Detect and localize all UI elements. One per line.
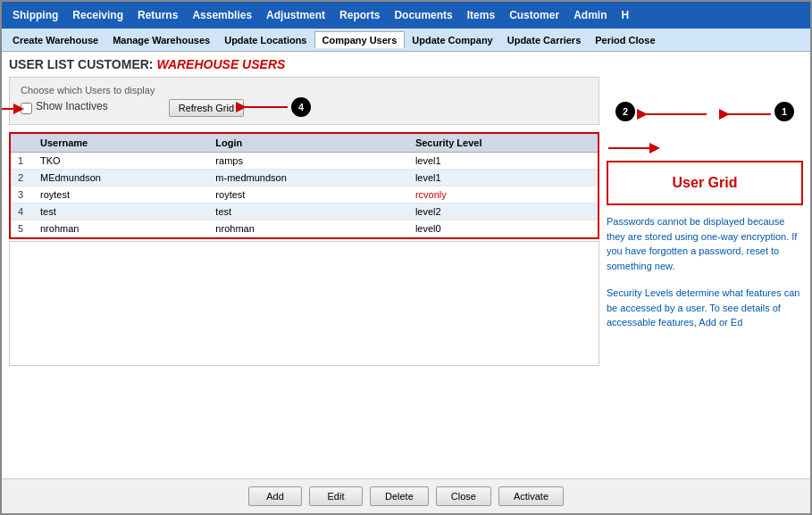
- filter-section: Choose which Users to display 3 Show Ina…: [9, 77, 599, 125]
- nav-admin[interactable]: Admin: [566, 5, 614, 25]
- refresh-grid-button[interactable]: Refresh Grid: [169, 99, 244, 117]
- right-panel: 2 1: [607, 57, 803, 473]
- col-username: Username: [33, 134, 208, 153]
- content-area: User List Customer: Warehouse Users Choo…: [2, 52, 810, 513]
- filter-instruction: Choose which Users to display: [21, 85, 588, 96]
- user-grid-container: Username Login Security Level 1 TKO ramp…: [9, 132, 599, 239]
- subnav-update-carriers[interactable]: Update Carriers: [500, 32, 589, 48]
- app-window: Shipping Receiving Returns Assemblies Ad…: [0, 0, 812, 515]
- security-note: Security Levels determine what features …: [607, 286, 803, 330]
- col-login: Login: [208, 134, 408, 153]
- filter-row: 3 Show Inactives Refresh Grid: [21, 99, 588, 117]
- password-note: Passwords cannot be displayed because th…: [607, 214, 803, 273]
- sub-nav: Create Warehouse Manage Warehouses Updat…: [2, 29, 810, 52]
- arrow-3: [2, 102, 24, 116]
- subnav-create-warehouse[interactable]: Create Warehouse: [5, 32, 105, 48]
- panels-row: User List Customer: Warehouse Users Choo…: [2, 52, 810, 478]
- nav-shipping[interactable]: Shipping: [5, 5, 65, 25]
- subnav-update-locations[interactable]: Update Locations: [217, 32, 314, 48]
- table-row[interactable]: 1 TKO ramps level1: [11, 153, 598, 170]
- edit-button[interactable]: Edit: [309, 486, 363, 506]
- show-inactives-label: Show Inactives: [36, 100, 108, 112]
- subnav-company-users[interactable]: Company Users: [314, 31, 406, 48]
- nav-items[interactable]: Items: [460, 5, 502, 25]
- nav-reports[interactable]: Reports: [332, 5, 387, 25]
- nav-h[interactable]: H: [614, 5, 636, 25]
- table-row[interactable]: 3 roytest roytest rcvonly: [11, 187, 598, 204]
- table-row[interactable]: 5 nrohman nrohman level0: [11, 220, 598, 237]
- left-panel: User List Customer: Warehouse Users Choo…: [9, 57, 599, 473]
- nav-documents[interactable]: Documents: [387, 5, 459, 25]
- close-button[interactable]: Close: [436, 486, 491, 506]
- nav-assemblies[interactable]: Assemblies: [185, 5, 259, 25]
- activate-button[interactable]: Activate: [498, 486, 564, 506]
- arrow-2: [637, 107, 708, 121]
- bottom-buttons: Add Edit Delete Close Activate: [2, 478, 810, 513]
- annotation-2: 2: [615, 102, 635, 121]
- user-grid-table: Username Login Security Level 1 TKO ramp…: [11, 134, 598, 237]
- table-row[interactable]: 2 MEdmundson m-medmundson level1: [11, 170, 598, 187]
- nav-adjustment[interactable]: Adjustment: [259, 5, 332, 25]
- page-title: User List Customer: Warehouse Users: [9, 57, 285, 71]
- nav-receiving[interactable]: Receiving: [65, 5, 130, 25]
- nav-customer[interactable]: Customer: [502, 5, 566, 25]
- subnav-manage-warehouses[interactable]: Manage Warehouses: [105, 32, 217, 48]
- arrow-grid: [607, 141, 660, 155]
- arrow-4: [236, 100, 289, 114]
- notes-area: [9, 241, 599, 366]
- annotation-4: 4: [291, 97, 311, 117]
- subnav-period-close[interactable]: Period Close: [588, 32, 662, 48]
- top-nav: Shipping Receiving Returns Assemblies Ad…: [2, 2, 810, 29]
- arrow-1: [719, 107, 773, 121]
- delete-button[interactable]: Delete: [370, 486, 429, 506]
- subnav-update-company[interactable]: Update Company: [405, 32, 499, 48]
- nav-returns[interactable]: Returns: [130, 5, 185, 25]
- col-security: Security Level: [408, 134, 598, 153]
- table-row[interactable]: 4 test test level2: [11, 204, 598, 220]
- info-box-title: User Grid: [617, 168, 792, 198]
- annotation-1: 1: [774, 102, 794, 121]
- add-button[interactable]: Add: [248, 486, 302, 506]
- col-num: [11, 134, 33, 153]
- user-grid-body: 1 TKO ramps level1 2 MEdmundson m-medmun…: [11, 153, 598, 237]
- info-box: User Grid: [607, 161, 803, 205]
